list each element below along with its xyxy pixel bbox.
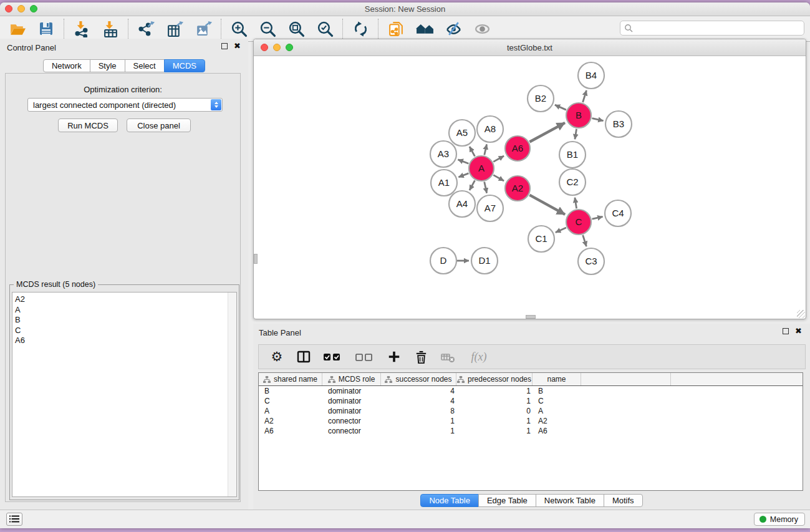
open-session-icon[interactable]: [8, 19, 27, 38]
mcds-result-item[interactable]: C: [12, 326, 228, 336]
cell-shared-name[interactable]: A6: [259, 427, 322, 435]
column-header-successor-nodes[interactable]: successor nodes: [381, 373, 456, 385]
cell-predecessor-nodes[interactable]: 0: [456, 407, 533, 415]
cell-shared-name[interactable]: A: [259, 407, 322, 415]
table-options-gear-icon[interactable]: ⚙: [269, 349, 285, 365]
edge-B-B1[interactable]: [575, 129, 577, 140]
cell-predecessor-nodes[interactable]: 1: [456, 417, 533, 425]
edge-B-B4[interactable]: [583, 90, 587, 102]
select-stepper-icon[interactable]: [211, 99, 221, 110]
edge-A-A5[interactable]: [470, 147, 475, 157]
column-header-shared-name[interactable]: shared name: [259, 373, 322, 385]
edge-A-A4[interactable]: [470, 180, 475, 190]
edge-C-C1[interactable]: [556, 228, 566, 233]
cell-successor-nodes[interactable]: 4: [381, 387, 456, 395]
scrollbar[interactable]: [228, 293, 236, 496]
edge-A2-C[interactable]: [529, 195, 565, 215]
close-panel-icon[interactable]: ✖: [795, 328, 802, 334]
edge-A6-B[interactable]: [529, 123, 565, 142]
cell-shared-name[interactable]: C: [259, 397, 322, 405]
float-panel-icon[interactable]: [783, 328, 789, 334]
table-row[interactable]: A2connector11A2: [259, 416, 803, 426]
clone-network-icon[interactable]: [387, 19, 405, 38]
edge-A-A7[interactable]: [485, 181, 487, 193]
preview-eye-icon[interactable]: [473, 19, 491, 38]
cell-MCDS-role[interactable]: dominator: [322, 407, 381, 415]
table-row[interactable]: Adominator80A: [259, 406, 803, 416]
cell-name[interactable]: A6: [533, 427, 581, 435]
task-history-button[interactable]: [6, 513, 22, 526]
save-session-icon[interactable]: [37, 19, 55, 38]
window-titlebar[interactable]: Session: New Session: [0, 2, 810, 16]
splitter-handle[interactable]: [526, 315, 536, 319]
mcds-result-list[interactable]: A2ABCA6: [12, 292, 237, 497]
delete-column-icon[interactable]: [413, 349, 429, 365]
network-graph[interactable]: B4B2BB3A8A5A6B1A3AA1C2A2A4A7C4CC1C3DD1: [254, 56, 805, 318]
cell-successor-nodes[interactable]: 1: [381, 427, 456, 435]
mcds-result-item[interactable]: B: [12, 315, 228, 326]
zoom-out-icon[interactable]: [258, 19, 277, 38]
cell-shared-name[interactable]: A2: [259, 417, 322, 425]
cell-predecessor-nodes[interactable]: 1: [456, 397, 533, 405]
cell-successor-nodes[interactable]: 1: [381, 417, 456, 425]
mcds-result-item[interactable]: A6: [12, 336, 228, 346]
refresh-layout-icon[interactable]: [351, 19, 370, 38]
table-row[interactable]: A6connector11A6: [259, 426, 803, 436]
tab-select[interactable]: Select: [125, 59, 165, 72]
tab-edge-table[interactable]: Edge Table: [478, 494, 536, 507]
cell-name[interactable]: C: [533, 397, 581, 405]
import-network-icon[interactable]: [72, 19, 91, 38]
home-icon[interactable]: [415, 19, 434, 38]
edge-A-A6[interactable]: [493, 156, 504, 162]
cell-successor-nodes[interactable]: 8: [381, 407, 456, 415]
tab-mcds[interactable]: MCDS: [164, 59, 205, 72]
zoom-fit-icon[interactable]: [287, 19, 306, 38]
close-panel-button[interactable]: Close panel: [127, 118, 191, 132]
export-table-icon[interactable]: [165, 19, 184, 38]
edge-C-C2[interactable]: [575, 198, 577, 209]
memory-button[interactable]: Memory: [754, 513, 805, 526]
table-row[interactable]: Cdominator41C: [259, 396, 803, 406]
column-header-MCDS-role[interactable]: MCDS role: [322, 373, 381, 385]
mcds-result-item[interactable]: A: [12, 305, 228, 316]
edge-A-A2[interactable]: [493, 175, 504, 181]
network-canvas[interactable]: B4B2BB3A8A5A6B1A3AA1C2A2A4A7C4CC1C3DD1: [254, 56, 805, 318]
cell-MCDS-role[interactable]: dominator: [322, 387, 381, 395]
cell-successor-nodes[interactable]: 4: [381, 397, 456, 405]
tab-node-table[interactable]: Node Table: [420, 494, 479, 507]
tab-network[interactable]: Network: [43, 59, 90, 72]
edge-A-A8[interactable]: [485, 144, 487, 155]
resize-grip-icon[interactable]: [797, 310, 805, 318]
cell-name[interactable]: A2: [533, 417, 581, 425]
tab-motifs[interactable]: Motifs: [604, 494, 643, 507]
import-table-icon[interactable]: [101, 19, 120, 38]
run-mcds-button[interactable]: Run MCDS: [58, 118, 118, 132]
deselect-all-icon[interactable]: [354, 349, 375, 365]
create-column-icon[interactable]: [386, 349, 402, 365]
cell-name[interactable]: A: [533, 407, 581, 415]
mcds-result-item[interactable]: A2: [12, 294, 228, 305]
edge-B-B3[interactable]: [592, 118, 603, 121]
column-visibility-icon[interactable]: [296, 349, 312, 365]
edge-A-A1[interactable]: [458, 173, 468, 177]
edge-A-A3[interactable]: [458, 160, 468, 163]
tab-network-table[interactable]: Network Table: [536, 494, 604, 507]
cell-MCDS-role[interactable]: connector: [322, 427, 381, 435]
search-field[interactable]: [620, 21, 804, 36]
select-all-icon[interactable]: [322, 349, 344, 365]
column-header-predecessor-nodes[interactable]: predecessor nodes: [456, 373, 533, 385]
edge-C-C4[interactable]: [592, 216, 602, 219]
table-row[interactable]: Bdominator41B: [259, 386, 803, 396]
search-input[interactable]: [633, 22, 804, 34]
zoom-in-icon[interactable]: [229, 19, 248, 38]
splitter-handle[interactable]: [254, 254, 258, 264]
cell-name[interactable]: B: [533, 387, 581, 395]
close-panel-icon[interactable]: ✖: [234, 43, 241, 49]
column-header-name[interactable]: name: [533, 373, 581, 385]
export-network-icon[interactable]: [137, 19, 155, 38]
edge-B-B2[interactable]: [555, 105, 566, 110]
optimization-criterion-select[interactable]: largest connected component (directed): [27, 98, 223, 112]
cell-MCDS-role[interactable]: connector: [322, 417, 381, 425]
hide-panels-icon[interactable]: [444, 19, 463, 38]
cell-shared-name[interactable]: B: [259, 387, 322, 395]
